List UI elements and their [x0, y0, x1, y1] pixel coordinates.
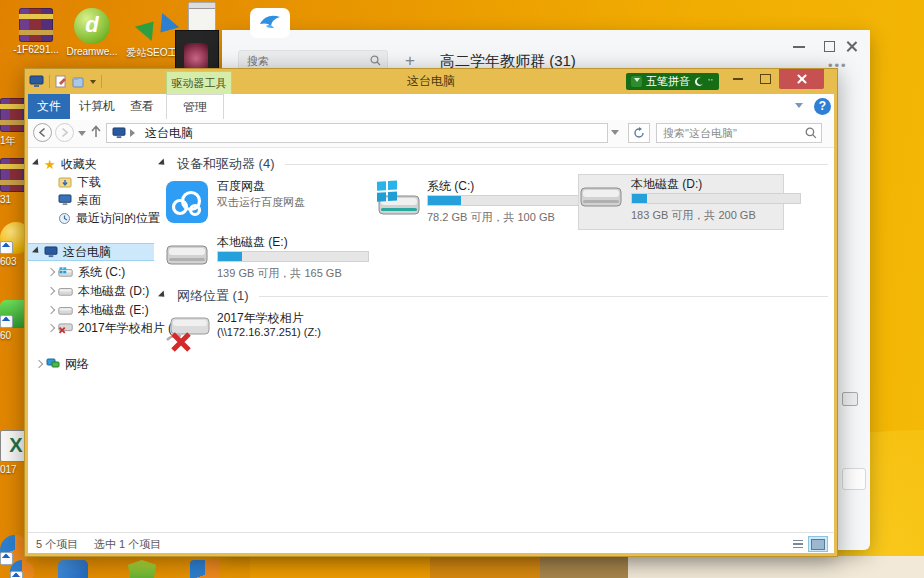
tile-drive-d[interactable]: 本地磁盘 (D:) 183 GB 可用，共 200 GB [578, 174, 784, 230]
sidebar-item-favorites[interactable]: ★ 收藏夹 [34, 155, 97, 173]
desktop-icon-winrar[interactable]: -1F6291... [8, 8, 64, 55]
tile-drive-c[interactable]: 系统 (C:) 78.2 GB 可用，共 100 GB [375, 177, 575, 227]
qq-minimize-button[interactable] [786, 38, 812, 56]
sidebar-item-network[interactable]: 网络 [34, 355, 89, 373]
back-button[interactable] [33, 123, 52, 142]
seo-tool-icon [139, 8, 175, 44]
sidebar-item-system-c[interactable]: 系统 (C:) [46, 263, 125, 281]
group-collapse-icon[interactable] [158, 158, 170, 170]
shortcut-arrow-icon [10, 571, 23, 578]
search-input[interactable] [657, 124, 807, 142]
desktop-icon-label: 603 [0, 256, 26, 267]
ime-label: 五笔拼音 [646, 74, 690, 89]
desktop-icon-bottom-4[interactable] [190, 560, 220, 578]
thumbnail-view-button[interactable] [808, 536, 828, 552]
disk-usage-bar [217, 251, 369, 262]
tile-network-location-z[interactable]: 2017年学校相片 (\\172.16.37.251) (Z:) [165, 309, 385, 359]
desktop-icon-bottom-2[interactable] [58, 560, 88, 578]
sidebar-item-local-disk-d[interactable]: 本地磁盘 (D:) [46, 282, 149, 300]
tile-subtitle: (\\172.16.37.251) (Z:) [217, 326, 321, 338]
desktop-icon-green-app[interactable]: 60 [0, 300, 26, 341]
sidebar-item-label: 网络 [65, 356, 89, 373]
sidebar-item-local-disk-e[interactable]: 本地磁盘 (E:) [46, 301, 149, 319]
group-header-network-locations[interactable]: 网络位置 (1) [160, 287, 828, 305]
expander-icon[interactable] [32, 158, 44, 170]
tile-name: 百度网盘 [217, 178, 265, 195]
wallpaper-shape [250, 556, 430, 578]
shortcut-app-icon [10, 560, 34, 578]
sidebar-item-label: 最近访问的位置 [76, 210, 160, 227]
desktop-icon-label: 1年 [0, 134, 26, 148]
sidebar-item-desktop[interactable]: 桌面 [58, 191, 101, 209]
blue-app-icon [58, 560, 88, 578]
desktop-icon-label: 31 [0, 194, 26, 205]
breadcrumb[interactable]: 这台电脑 [106, 123, 608, 143]
qq-maximize-button[interactable] [816, 38, 842, 56]
refresh-icon [633, 127, 645, 139]
tile-name: 系统 (C:) [427, 178, 474, 195]
expander-icon[interactable] [47, 287, 55, 295]
sidebar-item-label: 收藏夹 [61, 156, 97, 173]
tim-bird-icon [258, 14, 282, 30]
qq-close-button[interactable] [844, 38, 870, 56]
desktop-icon-winrar-3[interactable]: 31 [0, 158, 26, 205]
ime-chevron-icon[interactable] [631, 76, 642, 87]
expander-icon[interactable] [47, 268, 55, 276]
disconnected-drive-icon [58, 322, 73, 334]
maximize-button[interactable] [752, 69, 778, 89]
address-history-dropdown-icon[interactable] [611, 130, 619, 139]
computer-icon [44, 246, 58, 258]
tab-manage[interactable]: 管理 [166, 94, 224, 119]
expander-icon[interactable] [47, 324, 55, 332]
desktop-icon-label: 017 [0, 464, 26, 475]
expander-icon[interactable] [32, 246, 44, 258]
ime-language-badge[interactable]: 五笔拼音 ’’ [626, 73, 719, 90]
tab-file[interactable]: 文件 [28, 94, 70, 119]
drive-icon [58, 305, 73, 316]
sidebar-item-recent-places[interactable]: 最近访问的位置 [58, 209, 160, 227]
expand-ribbon-icon[interactable] [794, 101, 804, 111]
close-button[interactable] [779, 69, 824, 89]
recent-locations-dropdown-icon[interactable] [78, 131, 86, 140]
notepad-icon [188, 2, 216, 32]
sidebar-item-this-pc[interactable]: 这台电脑 [28, 243, 154, 261]
divider [285, 164, 829, 165]
tab-computer[interactable]: 计算机 [74, 94, 120, 119]
group-collapse-icon[interactable] [158, 290, 170, 302]
expander-icon[interactable] [47, 306, 55, 314]
tim-app-tab[interactable] [250, 8, 290, 38]
tile-baidu-netdisk[interactable]: 百度网盘 双击运行百度网盘 [165, 177, 365, 227]
desktop-icon-winrar-2[interactable]: 1年 [0, 98, 26, 148]
wallpaper-shape [628, 556, 924, 578]
divider [259, 296, 829, 297]
group-header-devices[interactable]: 设备和驱动器 (4) [160, 155, 828, 173]
desktop-icon-excel[interactable]: X 017 [0, 430, 26, 475]
star-icon: ★ [44, 157, 56, 172]
details-view-button[interactable] [788, 536, 808, 552]
help-icon[interactable]: ? [814, 98, 831, 115]
disk-usage-bar [427, 195, 579, 206]
computer-icon [112, 127, 126, 139]
desktop-icon-bottom-1[interactable] [8, 560, 36, 578]
refresh-button[interactable] [628, 123, 650, 143]
forward-button[interactable] [55, 123, 74, 142]
tile-name: 本地磁盘 (D:) [631, 176, 702, 193]
desktop-icon-qq[interactable]: 603 [0, 222, 26, 267]
wallpaper-shape [540, 556, 636, 578]
expander-icon[interactable] [35, 360, 43, 368]
disk-usage-bar [631, 193, 801, 204]
desktop-icon-label: -1F6291... [8, 44, 64, 55]
item-count: 5 个项目 [36, 537, 78, 552]
desktop-icon-bottom-3[interactable] [128, 560, 156, 578]
minimize-button[interactable] [725, 69, 751, 89]
desktop-icon-dreamweaver[interactable]: d Dreamwe... [62, 8, 122, 57]
search-box [656, 123, 822, 143]
tile-drive-e[interactable]: 本地磁盘 (E:) 139 GB 可用，共 165 GB [165, 233, 365, 283]
sidebar-item-downloads[interactable]: 下载 [58, 173, 101, 191]
desktop-icon-notepad[interactable] [188, 2, 216, 32]
disk-usage-caption: 139 GB 可用，共 165 GB [217, 266, 342, 281]
up-button[interactable] [90, 125, 102, 141]
tab-view[interactable]: 查看 [122, 94, 162, 119]
qq-panel-button[interactable] [842, 468, 866, 490]
breadcrumb-location[interactable]: 这台电脑 [145, 125, 193, 142]
